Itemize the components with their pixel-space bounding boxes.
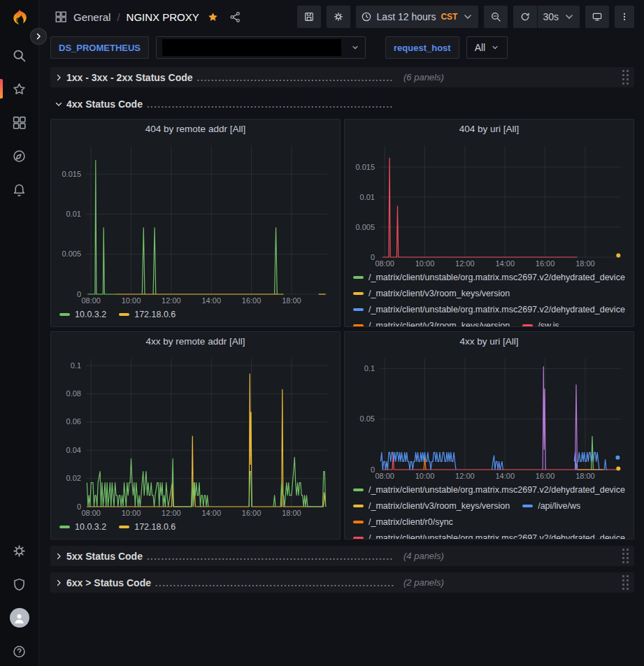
shield-icon [12,577,27,592]
svg-text:12:00: 12:00 [455,259,475,268]
zoom-out-time-button[interactable] [484,6,508,28]
sidebar-item-alerting[interactable] [0,182,38,197]
row-panel-count: (2 panels) [403,577,444,588]
legend-item[interactable]: /_matrix/client/v3/room_keys/version [353,500,510,512]
timeseries-chart[interactable]: 00.050.108:0010:0012:0014:0016:0018:00 [352,353,627,482]
sidebar-item-starred[interactable] [0,81,38,96]
timeseries-chart[interactable]: 00.0050.010.01508:0010:0012:0014:0016:00… [352,140,627,270]
sidebar-item-configuration[interactable] [0,543,38,558]
panel-404-by-uri: 404 by uri [All] 00.0050.010.01508:0010:… [344,119,634,327]
apps-icon[interactable] [55,10,67,23]
row-panel-count: (4 panels) [403,551,444,561]
clock-icon [361,11,372,22]
row-drag-handle-icon[interactable] [622,549,629,563]
legend-item[interactable]: /_matrix/client/v3/room_keys/version [353,287,510,299]
chevron-down-icon [491,43,499,52]
svg-text:0: 0 [77,290,81,298]
row-dots-leader: ........................................… [147,99,394,110]
legend-item[interactable]: /api/live/ws [522,500,580,512]
legend-item[interactable]: /_matrix/client/r0/sync [353,516,453,528]
svg-text:16:00: 16:00 [242,509,262,517]
row-title: 6xx > Status Code [66,577,151,588]
legend-swatch [353,308,364,311]
zoom-out-icon [490,11,501,22]
variables-bar: DS_PROMETHEUS request_host All [39,34,644,61]
legend-item[interactable]: 10.0.3.2 [59,308,106,320]
legend-item[interactable]: 172.18.0.6 [119,308,176,320]
save-dashboard-button[interactable] [297,6,321,28]
main-area: General / NGINX PROXY Last 12 hours CST [39,0,644,666]
row-drag-handle-icon[interactable] [622,575,629,590]
legend-item[interactable]: /_matrix/client/v3/room_keys/version [353,319,510,327]
svg-text:12:00: 12:00 [455,472,475,480]
legend-item[interactable]: /_matrix/client/unstable/org.matrix.msc2… [353,532,625,540]
sidebar-nav-bottom [0,543,38,659]
refresh-interval-picker[interactable]: 30s [538,6,580,28]
svg-text:14:00: 14:00 [201,509,221,517]
share-icon[interactable] [229,11,241,23]
svg-text:0.015: 0.015 [62,170,81,178]
legend-swatch [119,313,129,316]
sidebar-item-server-admin[interactable] [0,577,38,592]
sidebar-item-search[interactable] [0,48,38,63]
monitor-icon [592,11,603,22]
panel-title[interactable]: 4xx by uri [All] [352,336,627,353]
row-4xx[interactable]: 4xx Status Code ........................… [50,94,634,114]
legend-swatch [353,488,364,491]
breadcrumb-folder[interactable]: General [73,11,110,23]
sidebar-item-explore[interactable] [0,148,38,164]
legend-item[interactable]: /sw.js [522,319,559,327]
legend-swatch [522,324,533,327]
legend-item[interactable]: 172.18.0.6 [119,521,176,533]
legend-swatch [522,505,533,507]
favorite-star-icon[interactable] [207,11,219,23]
row-title: 1xx - 3xx - 2xx Status Code [66,72,193,83]
svg-text:0.01: 0.01 [66,210,81,218]
row-dots-leader: ........................................… [147,551,394,562]
kebab-menu-icon [619,11,630,22]
refresh-button[interactable] [513,6,537,28]
legend-item[interactable]: /_matrix/client/unstable/org.matrix.msc2… [353,484,625,495]
row-dots-leader: ........................................… [155,578,394,588]
chevron-down-icon [351,43,359,52]
dashboard-settings-button[interactable] [327,6,350,28]
legend-item[interactable]: 10.0.3.2 [59,521,106,533]
legend-label: 172.18.0.6 [134,310,176,319]
more-options-button[interactable] [615,6,634,28]
sidebar-expand-button[interactable] [30,28,47,45]
row-title: 5xx Status Code [66,551,143,562]
tv-mode-button[interactable] [585,6,609,28]
refresh-group: 30s [513,6,580,28]
compass-icon [12,149,27,164]
panel-title[interactable]: 4xx by remote addr [All] [58,336,333,353]
timeseries-chart[interactable]: 00.020.040.060.080.108:0010:0012:0014:00… [58,353,333,519]
legend-item[interactable]: /_matrix/client/unstable/org.matrix.msc2… [353,303,625,315]
legend-label: /_matrix/client/v3/room_keys/version [368,501,510,511]
breadcrumb-dashboard-title[interactable]: NGINX PROXY [127,11,199,23]
avatar [10,608,29,628]
row-drag-handle-icon[interactable] [622,70,629,85]
panel-title[interactable]: 404 by uri [All] [352,124,627,140]
chart-svg: 00.020.040.060.080.108:0010:0012:0014:00… [58,353,333,519]
time-range-picker[interactable]: Last 12 hours CST [356,6,479,28]
row-1xx-3xx-2xx[interactable]: 1xx - 3xx - 2xx Status Code ............… [50,67,634,87]
sidebar-item-dashboards[interactable] [0,115,38,130]
bell-icon [12,182,27,197]
timezone-label: CST [441,12,457,22]
gear-icon [333,11,344,22]
svg-text:0.06: 0.06 [66,417,81,426]
datasource-select[interactable] [156,36,366,59]
panel-legend: /_matrix/client/unstable/org.matrix.msc2… [352,271,627,327]
sidebar-item-help[interactable] [0,644,38,659]
row-5xx[interactable]: 5xx Status Code ........................… [50,546,634,566]
grafana-logo-icon[interactable] [9,8,30,29]
timeseries-chart[interactable]: 00.0050.010.01508:0010:0012:0014:0016:00… [58,140,333,307]
dashboard-header: General / NGINX PROXY Last 12 hours CST [39,0,644,34]
sidebar-item-profile[interactable] [0,610,38,625]
breadcrumb: General / NGINX PROXY [55,10,292,23]
panel-title[interactable]: 404 by remote addr [All] [58,124,333,140]
refresh-interval-label: 30s [543,11,559,22]
row-6xx[interactable]: 6xx > Status Code ......................… [50,572,634,593]
request-host-select[interactable]: All [466,36,508,59]
legend-item[interactable]: /_matrix/client/unstable/org.matrix.msc2… [353,271,625,283]
